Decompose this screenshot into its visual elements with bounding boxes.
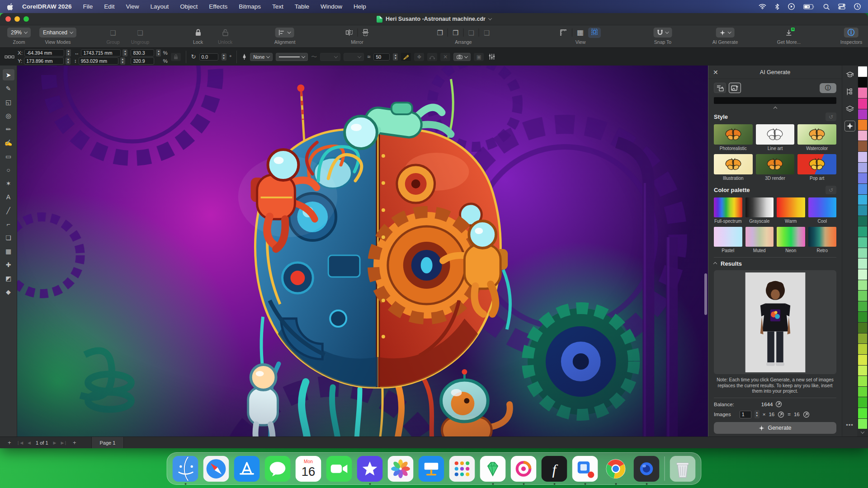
docker-tab-learn[interactable]	[844, 69, 855, 80]
drawing-canvas[interactable]	[17, 66, 708, 436]
results-thumbnail[interactable]	[714, 270, 836, 374]
chrome-dock-icon[interactable]	[603, 456, 629, 482]
snap-to-dropdown[interactable]	[654, 28, 672, 38]
page-tab[interactable]: Page 1	[91, 437, 124, 448]
end-arrowhead-dropdown[interactable]	[344, 53, 364, 61]
crop-tool[interactable]: ◱	[3, 96, 14, 108]
prompt-input[interactable]	[714, 97, 836, 104]
palette-swatch-7[interactable]	[858, 141, 867, 151]
palette-swatch-14[interactable]	[858, 216, 867, 226]
keynote-dock-icon[interactable]	[419, 456, 444, 482]
coreldraw-dock-icon[interactable]	[480, 456, 506, 482]
palette-swatch-22[interactable]	[858, 301, 867, 312]
style-option-watercolor[interactable]: Watercolor	[797, 124, 836, 151]
text-to-image-toggle[interactable]	[714, 83, 726, 93]
style-option-illustration[interactable]: Illustration	[714, 154, 753, 181]
shadow-tool[interactable]: ❏	[3, 232, 14, 243]
rulers-icon[interactable]	[560, 29, 567, 36]
palette-swatch-0[interactable]	[858, 66, 867, 77]
artistic-media-tool[interactable]: ✍	[3, 137, 14, 148]
palette-swatch-5[interactable]	[858, 120, 867, 130]
style-reset-button[interactable]: ↺	[826, 113, 836, 121]
inspectors-toggle[interactable]: ⓘ	[844, 28, 859, 38]
launchpad-dock-icon[interactable]	[449, 456, 475, 482]
palette-swatch-20[interactable]	[858, 280, 867, 291]
menu-item-effects[interactable]: Effects	[209, 3, 227, 10]
finder-dock-icon[interactable]	[173, 456, 198, 482]
wrap-text-button[interactable]: ❖	[414, 53, 424, 61]
ellipse-tool[interactable]: ○	[3, 164, 14, 175]
next-page-button[interactable]: ▶	[51, 441, 59, 445]
add-page-button-2[interactable]: +	[70, 439, 80, 446]
menu-item-text[interactable]: Text	[272, 3, 283, 10]
palette-swatch-27[interactable]	[858, 355, 867, 365]
calendar-dock-icon[interactable]: Mon16	[296, 456, 321, 482]
palette-option-cool[interactable]: Cool	[808, 197, 837, 224]
menu-item-layout[interactable]: Layout	[151, 3, 169, 10]
to-back-icon[interactable]: ❒	[453, 29, 458, 36]
apple-menu-icon[interactable]	[7, 3, 14, 10]
info-button[interactable]: ⓘ	[820, 83, 836, 93]
generate-button[interactable]: Generate	[714, 422, 836, 434]
width-stepper[interactable]: ▲▼	[123, 49, 127, 56]
speaker-app-dock-icon[interactable]	[634, 456, 660, 482]
curve-smooth-icon[interactable]: 〜	[311, 53, 317, 61]
palette-swatch-8[interactable]	[858, 152, 867, 162]
grid-icon[interactable]: ▦	[577, 29, 584, 36]
rotation-stepper[interactable]: ▲▼	[222, 53, 226, 61]
palette-swatch-18[interactable]	[858, 258, 867, 269]
palette-swatch-23[interactable]	[858, 312, 867, 322]
palette-option-muted[interactable]: Muted	[745, 227, 774, 253]
line-style-dropdown[interactable]	[276, 53, 308, 61]
ungroup-icon[interactable]: ❏	[137, 29, 143, 36]
control-center-icon[interactable]	[838, 4, 845, 9]
polygon-tool[interactable]: ✶	[3, 178, 14, 189]
collapse-settings-icon[interactable]	[773, 107, 777, 110]
object-width-input[interactable]: 1743.715 mm	[81, 49, 121, 56]
lock-ratio-button[interactable]	[171, 53, 181, 61]
menu-item-object[interactable]: Object	[180, 3, 198, 10]
document-title-area[interactable]: Heri Susanto -Astronaut machine.cdr	[377, 16, 491, 23]
palette-option-warm[interactable]: Warm	[777, 197, 805, 224]
options-sliders-icon[interactable]	[489, 54, 495, 60]
palette-option-grayscale[interactable]: Grayscale	[745, 197, 774, 224]
menu-item-window[interactable]: Window	[321, 3, 342, 10]
smoothing-input[interactable]: 50	[373, 53, 390, 61]
x-position-input[interactable]: -64.394 mm	[24, 49, 64, 56]
shape-tool[interactable]: ✎	[3, 83, 14, 94]
minimize-window-button[interactable]	[14, 16, 20, 22]
text-tool[interactable]: A	[3, 191, 14, 202]
menu-item-help[interactable]: Help	[354, 3, 366, 10]
effects-button[interactable]: ▣	[474, 53, 484, 61]
safari-dock-icon[interactable]	[203, 456, 229, 482]
group-icon[interactable]: ❑	[110, 29, 116, 36]
palette-swatch-10[interactable]	[858, 173, 867, 183]
palette-option-pastel[interactable]: Pastel	[714, 227, 742, 253]
panel-close-icon[interactable]: ✕	[713, 69, 721, 76]
connector-tool[interactable]: ⌐	[3, 218, 14, 230]
palette-swatch-6[interactable]	[858, 131, 867, 141]
canvas-vertical-scrollbar[interactable]	[704, 273, 707, 315]
palette-swatch-12[interactable]	[858, 195, 867, 205]
menu-item-bitmaps[interactable]: Bitmaps	[239, 3, 261, 10]
back-one-icon[interactable]: ❑	[484, 29, 490, 36]
view-mode-dropdown[interactable]: Enhanced	[39, 28, 76, 38]
palette-swatch-25[interactable]	[858, 333, 867, 344]
palette-swatch-28[interactable]	[858, 366, 867, 376]
outline-width-dropdown[interactable]: None	[250, 53, 273, 61]
palette-swatch-13[interactable]	[858, 205, 867, 216]
rotation-angle-input[interactable]: 0.0	[199, 53, 218, 61]
close-window-button[interactable]	[5, 16, 11, 22]
docker-tab-ai[interactable]	[844, 121, 855, 131]
palette-swatch-29[interactable]	[858, 376, 867, 386]
palette-swatch-26[interactable]	[858, 344, 867, 354]
palette-option-full-spectrum[interactable]: Full-spectrum	[714, 197, 742, 224]
app-store-dock-icon[interactable]	[234, 456, 260, 482]
image-to-image-toggle[interactable]	[729, 83, 741, 93]
last-page-button[interactable]: ▶❘	[58, 441, 69, 445]
palette-swatch-9[interactable]	[858, 163, 867, 173]
capture-dock-icon[interactable]	[572, 456, 598, 482]
palette-swatch-24[interactable]	[858, 323, 867, 333]
zoom-tool[interactable]: ◎	[3, 110, 14, 121]
menu-item-table[interactable]: Table	[295, 3, 309, 10]
